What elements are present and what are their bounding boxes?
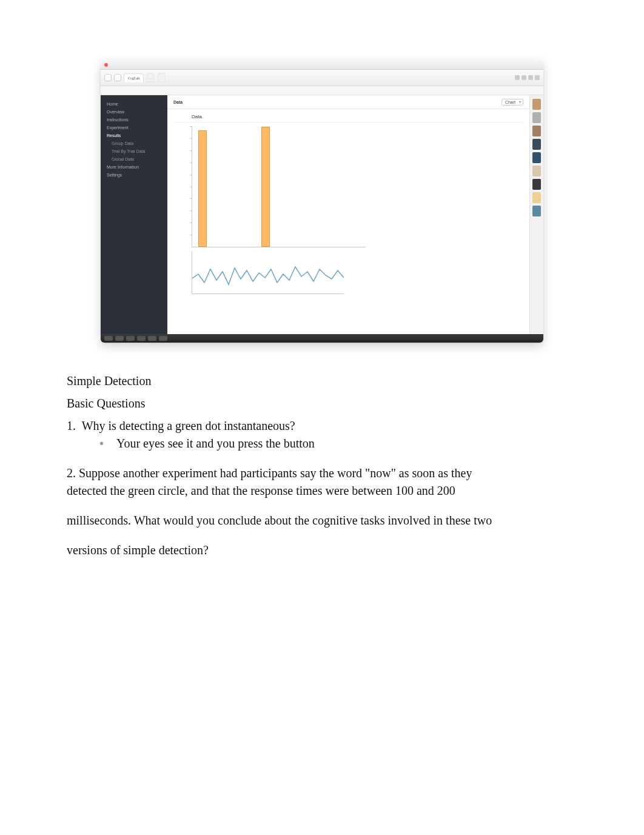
sidebar-item-global-data[interactable]: Global Data <box>106 155 163 163</box>
question-3-line-hidden: 3. Sometimes a participant in this lab h… <box>67 618 577 634</box>
thumbnail[interactable] <box>532 179 541 190</box>
bar-cond-b <box>261 127 270 247</box>
taskbar-icon[interactable] <box>148 336 156 341</box>
bullet-icon: • <box>99 665 116 682</box>
browser-tab[interactable] <box>157 73 166 82</box>
results-toolbar: Data Chart <box>167 95 529 109</box>
question-2-text: Suppose another experiment had participa… <box>79 466 472 480</box>
view-dropdown-label: Chart <box>505 100 515 104</box>
sidebar-item-group-data[interactable]: Group Data <box>106 139 163 147</box>
question-1-text: Why is detecting a green dot instantaneo… <box>82 419 295 432</box>
thumbnail[interactable] <box>532 126 541 136</box>
sidebar-item-more-info[interactable]: More Information <box>106 163 163 171</box>
browser-tab-active[interactable]: CogLab <box>124 73 144 82</box>
section-subheading: Basic Questions <box>67 395 577 412</box>
thumbnail[interactable] <box>532 139 541 150</box>
question-3-answer-hidden: • They have that response time, a video … <box>67 665 577 682</box>
browser-extension-icons <box>515 75 540 80</box>
question-3-number: 3. <box>67 619 76 632</box>
sparkline-svg <box>192 251 344 293</box>
browser-tab-label: CogLab <box>128 76 139 80</box>
nav-back-button[interactable] <box>104 74 112 81</box>
thumbnail-strip <box>529 95 543 334</box>
thumbnail[interactable] <box>532 166 541 176</box>
sidebar-item-instructions[interactable]: Instructions <box>106 116 163 124</box>
question-3-line-hidden: milliseconds. How might you explain such… <box>67 635 577 652</box>
question-2-answer-hidden: • I would think the response to say now … <box>67 572 577 605</box>
section-heading: Simple Detection <box>67 373 577 389</box>
question-2-line: detected the green circle, and that the … <box>67 483 577 499</box>
chart-title: Data <box>192 114 523 119</box>
extension-icon[interactable] <box>528 75 533 80</box>
os-taskbar <box>101 334 543 343</box>
question-1-answer: • Your eyes see it and you press the but… <box>67 435 577 452</box>
extension-icon[interactable] <box>515 75 520 80</box>
thumbnail[interactable] <box>532 192 541 203</box>
bar-chart <box>192 126 366 247</box>
results-title: Data <box>173 100 183 104</box>
thumbnail[interactable] <box>532 152 541 163</box>
question-2-line: 2. Suppose another experiment had partic… <box>67 465 577 481</box>
taskbar-icon[interactable] <box>159 336 167 341</box>
sidebar-item-overview[interactable]: Overview <box>106 108 163 116</box>
bullet-icon: • <box>99 435 116 452</box>
traffic-light-close-icon <box>104 63 108 67</box>
nav-forward-button[interactable] <box>114 74 121 81</box>
sparkline-path <box>192 267 344 284</box>
sidebar-item-settings[interactable]: Settings <box>106 171 163 179</box>
thumbnail[interactable] <box>532 206 541 216</box>
document-body: Simple Detection Basic Questions 1. Why … <box>67 373 577 682</box>
question-2-line: versions of simple detection? <box>67 542 577 558</box>
question-3-answer-text: They have that response time, a video ga… <box>116 665 577 682</box>
question-2-number: 2. <box>67 466 76 480</box>
question-1-number: 1. <box>67 419 76 432</box>
browser-tab-strip: CogLab <box>101 70 543 86</box>
browser-address-bar[interactable] <box>101 86 543 95</box>
question-1: 1. Why is detecting a green dot instanta… <box>67 418 577 434</box>
y-axis-ticks <box>190 126 192 247</box>
extension-icon[interactable] <box>535 75 540 80</box>
coglab-app: Home Overview Instructions Experiment Re… <box>101 95 543 334</box>
divider <box>173 122 523 122</box>
taskbar-icon[interactable] <box>137 336 146 341</box>
thumbnail[interactable] <box>532 99 541 110</box>
question-2-line: milliseconds. What would you conclude ab… <box>67 512 577 529</box>
taskbar-icon[interactable] <box>104 336 113 341</box>
trial-sparkline-area <box>192 251 523 303</box>
chart-area: Data <box>167 109 529 334</box>
main-content: Data Chart Data <box>167 95 529 334</box>
sidebar-item-results[interactable]: Results <box>106 132 163 139</box>
sidebar-item-home[interactable]: Home <box>106 100 163 108</box>
extension-icon[interactable] <box>522 75 526 80</box>
bar-cond-a <box>198 130 207 247</box>
question-2-answer-text: I would think the response to say now in… <box>116 572 577 605</box>
window-titlebar <box>101 61 543 70</box>
sidebar-item-trial-data[interactable]: Trial By Trial Data <box>106 147 163 155</box>
question-3-text: Sometimes a participant in this lab has … <box>79 619 443 632</box>
sidebar: Home Overview Instructions Experiment Re… <box>101 95 167 334</box>
question-1-answer-text: Your eyes see it and you press the butto… <box>116 435 577 452</box>
taskbar-icon[interactable] <box>126 336 135 341</box>
trial-sparkline <box>192 251 344 294</box>
embedded-screenshot: CogLab Home Overview Instructions <box>101 61 543 343</box>
bullet-icon: • <box>99 572 116 588</box>
thumbnail[interactable] <box>532 112 541 123</box>
taskbar-icon[interactable] <box>115 336 124 341</box>
browser-tab[interactable] <box>146 73 155 82</box>
view-dropdown[interactable]: Chart <box>501 99 523 106</box>
sidebar-item-experiment[interactable]: Experiment <box>106 124 163 132</box>
